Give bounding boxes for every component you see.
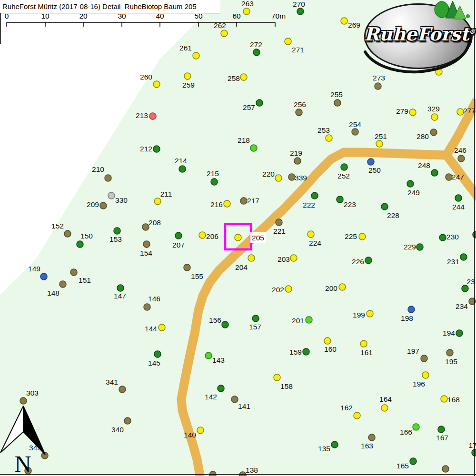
tree-marker[interactable] [290,255,297,261]
tree-marker[interactable] [367,159,374,165]
tree-marker[interactable] [149,113,156,119]
tree-marker[interactable] [472,449,476,456]
tree-marker[interactable] [124,417,131,424]
tree-marker[interactable] [431,169,438,176]
tree-marker[interactable] [324,337,331,344]
tree-marker[interactable] [368,434,375,441]
tree-marker[interactable] [365,257,372,264]
tree-marker[interactable] [108,192,115,199]
tree-marker[interactable] [184,264,190,271]
tree-marker[interactable] [153,146,160,152]
tree-marker[interactable] [442,466,449,472]
tree-marker[interactable] [457,109,464,115]
tree-marker[interactable] [455,195,462,201]
tree-marker[interactable] [456,330,463,337]
tree-marker[interactable] [303,348,309,355]
tree-marker[interactable] [462,285,468,292]
tree-marker[interactable] [381,203,388,210]
tree-marker[interactable] [153,81,160,88]
tree-marker[interactable] [306,317,312,323]
tree-marker[interactable] [294,158,301,164]
tree-marker[interactable] [381,405,388,411]
tree-marker[interactable] [416,244,423,250]
tree-marker[interactable] [408,306,415,313]
tree-marker[interactable] [296,109,302,116]
tree-marker[interactable] [297,8,304,15]
tree-marker[interactable] [253,49,260,56]
tree-marker[interactable] [40,273,47,280]
tree-marker[interactable] [235,234,241,241]
tree-marker[interactable] [117,285,124,291]
tree-marker[interactable] [409,109,416,116]
tree-marker[interactable] [275,175,282,181]
tree-marker[interactable] [105,175,111,181]
tree-marker[interactable] [211,178,218,185]
tree-marker[interactable] [421,355,427,362]
tree-marker[interactable] [339,284,346,290]
tree-marker[interactable] [341,164,347,170]
tree-marker[interactable] [184,73,191,79]
tree-marker[interactable] [70,269,77,276]
tree-marker[interactable] [154,198,161,205]
tree-marker[interactable] [142,224,149,230]
tree-marker[interactable] [248,255,255,261]
tree-marker[interactable] [441,396,447,402]
tree-marker[interactable] [375,83,381,89]
tree-marker[interactable] [413,424,419,430]
tree-marker[interactable] [221,30,228,37]
tree-marker[interactable] [243,8,250,15]
tree-marker[interactable] [410,458,416,465]
tree-marker[interactable] [341,18,347,24]
tree-marker[interactable] [307,231,314,238]
tree-marker[interactable] [64,230,71,237]
tree-marker[interactable] [460,254,467,260]
tree-marker[interactable] [311,192,318,199]
tree-marker[interactable] [144,304,150,310]
tree-marker[interactable] [274,374,280,381]
tree-marker[interactable] [209,471,216,476]
tree-marker[interactable] [285,38,291,45]
tree-marker[interactable] [218,385,224,392]
tree-marker[interactable] [193,52,199,59]
tree-marker[interactable] [175,232,182,239]
tree-marker[interactable] [326,135,332,141]
tree-marker[interactable] [231,396,238,403]
tree-marker[interactable] [446,174,452,180]
tree-marker[interactable] [360,340,367,347]
tree-marker[interactable] [119,386,126,393]
tree-marker[interactable] [446,349,453,356]
tree-marker[interactable] [422,372,429,378]
tree-marker[interactable] [331,441,338,448]
tree-marker[interactable] [197,427,204,434]
tree-marker[interactable] [250,145,257,151]
tree-marker[interactable] [439,234,446,241]
tree-marker[interactable] [276,219,282,226]
tree-marker[interactable] [430,129,437,136]
tree-marker[interactable] [352,129,358,135]
tree-marker[interactable] [224,200,230,207]
tree-marker[interactable] [100,202,107,209]
tree-marker[interactable] [179,166,186,172]
tree-marker[interactable] [376,140,383,147]
tree-marker[interactable] [367,310,373,317]
tree-marker[interactable] [407,180,414,187]
tree-marker[interactable] [458,155,465,162]
tree-marker[interactable] [159,324,165,331]
tree-marker[interactable] [431,114,438,120]
tree-marker[interactable] [222,321,228,328]
tree-marker[interactable] [252,315,259,322]
tree-marker[interactable] [359,233,366,240]
tree-marker[interactable] [114,228,120,234]
tree-marker[interactable] [199,232,206,238]
tree-marker[interactable] [239,472,246,476]
tree-marker[interactable] [354,412,360,419]
tree-marker[interactable] [337,196,343,203]
tree-marker[interactable] [334,99,341,106]
tree-marker[interactable] [77,241,83,248]
tree-marker[interactable] [438,426,445,433]
tree-marker[interactable] [20,397,27,404]
tree-marker[interactable] [143,241,150,248]
tree-marker[interactable] [205,352,212,359]
tree-marker[interactable] [285,286,292,292]
tree-marker[interactable] [240,198,247,204]
